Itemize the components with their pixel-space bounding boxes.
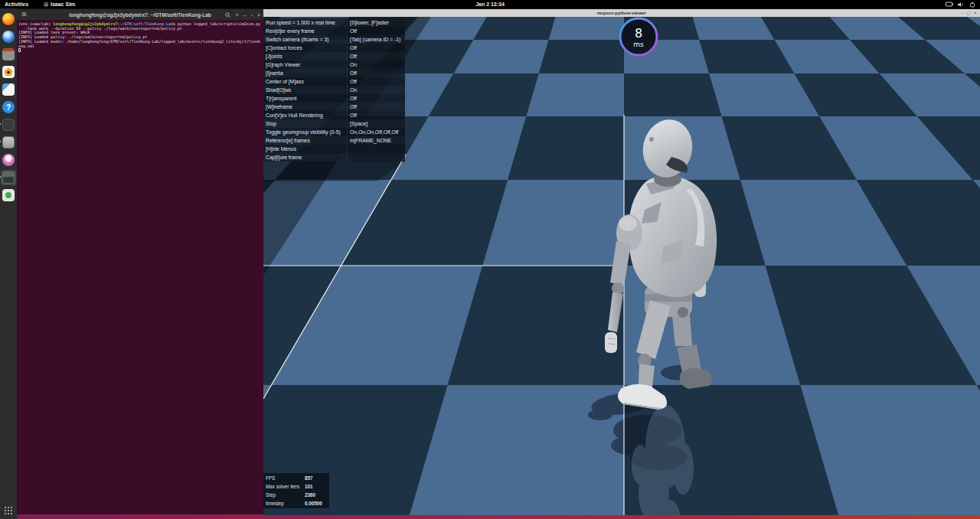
app-grid-icon[interactable] [5,507,12,514]
firefox-icon [2,13,15,25]
window-grid-icon: ⊞ [44,2,48,8]
viewer-title: mujoco-python-viewer [597,11,646,15]
menu-row: Cap[t]ure frame [263,153,405,162]
render-time-badge: 8 ms [618,17,659,57]
stats-row: Step2360 [263,491,329,499]
files-icon [2,48,15,60]
close-icon[interactable]: × [257,12,260,18]
menu-row: [C]ontact forcesOff [263,44,405,52]
system-tray[interactable] [946,0,975,8]
minimize-icon[interactable]: – [243,12,247,18]
dock-item-terminal[interactable] [2,119,15,131]
terminal-window: ⊞ longhongfeng@sg2jx3ybdymlrx7: ~/GTM/so… [17,9,263,514]
stats-row: timestep0.00500 [263,499,329,508]
minimize-icon[interactable]: – [961,11,963,15]
menu-row: [H]ide Menus [263,145,405,153]
activities-button[interactable]: Activities [0,2,33,7]
overlay-menu: Run speed = 1.000 x real time[S]lower, [… [263,18,405,162]
dock: ? [0,8,17,519]
cat-app-icon [2,154,15,166]
viewer-content: Run speed = 1.000 x real time[S]lower, [… [263,17,980,515]
menu-row: [G]raph ViewerOn [263,60,405,69]
dock-item-firefox[interactable] [2,13,15,25]
volume-icon [958,2,965,8]
menu-row: Shad[O]wsOn [263,86,405,94]
terminal-line: [INFO] Loaded model: /home/longhongfeng/… [18,40,262,44]
maximize-icon[interactable]: ▫ [250,12,252,18]
menu-row: Run speed = 1.000 x real time[S]lower, [… [263,18,405,27]
dock-item-files[interactable] [2,48,15,60]
stats-row: FPS857 [263,474,329,482]
browser-sphere-icon [2,31,15,43]
running-indicator [0,176,1,178]
dock-item-document[interactable] [2,83,15,96]
mujoco-viewer-window: mujoco-python-viewer – ▢ ✕ [263,9,980,515]
dock-item-help[interactable]: ? [2,101,15,113]
menu-row: [I]nertiaOff [263,69,405,77]
top-bar: Activities ⊞ Isaac Sim Jan 2 13:34 [0,0,980,8]
viewer-titlebar[interactable]: mujoco-python-viewer – ▢ ✕ [263,9,980,17]
search-icon[interactable] [225,12,230,18]
terminal-cursor [18,48,21,52]
sim-viewer-icon [2,171,15,184]
badge-unit: ms [633,41,644,48]
dock-item-cat-app[interactable] [2,154,15,166]
menu-row: Stop[Space] [263,119,405,128]
menu-row: Toggle geomgroup visibility (0-5)On,On,O… [263,128,405,136]
help-icon: ? [2,101,15,113]
focused-app-name: Isaac Sim [51,2,75,7]
menu-row: Referenc[e] framesmjFRAME_NONE [263,136,405,145]
close-icon[interactable]: ✕ [973,11,977,15]
music-player-icon [2,66,15,78]
battery-icon [946,2,953,7]
menu-row: Switch camera (#cams = 3)[Tab] (camera I… [263,35,405,44]
dock-item-browser-sphere[interactable] [2,31,15,43]
running-indicator [0,141,1,142]
menu-row: Center of [M]assOff [263,77,405,86]
power-icon [969,2,975,8]
terminal-title: longhongfeng@sg2jx3ybdymlrx7: ~/GTM/soft… [69,12,211,18]
terminal-body[interactable]: (env_isaaclab) longhongfeng@sg2jx3ybdyml… [17,20,263,55]
menu-row: T[r]ansparentOff [263,94,405,103]
maximize-icon[interactable]: ▢ [966,11,970,15]
desktop: Activities ⊞ Isaac Sim Jan 2 13:34 ? [0,0,980,519]
package-app-icon [2,189,15,201]
disk-utility-icon [2,136,15,149]
running-indicator [0,123,1,125]
clock[interactable]: Jan 2 13:34 [475,2,505,7]
dock-item-package-app[interactable] [2,189,15,201]
document-icon [2,83,15,96]
menu-row: Ren[d]er every frameOff [263,27,405,35]
dock-item-sim-viewer[interactable] [2,171,15,184]
menu-icon[interactable]: ≡ [235,12,238,18]
terminal-titlebar[interactable]: ⊞ longhongfeng@sg2jx3ybdymlrx7: ~/GTM/so… [17,9,263,20]
dock-item-disk-utility[interactable] [2,136,15,149]
stats-panel: FPS857Max solver iters101Step2360timeste… [263,473,329,508]
focused-app-indicator[interactable]: ⊞ Isaac Sim [44,2,75,8]
dock-item-music-player[interactable] [2,66,15,78]
terminal-icon [2,119,15,131]
badge-value: 8 [635,26,642,41]
stats-row: Max solver iters101 [263,482,329,491]
new-tab-icon[interactable]: ⊞ [21,11,27,18]
menu-row: Con[V]ex Hull RenderingOff [263,111,405,119]
menu-row: [J]ointsOff [263,52,405,60]
menu-row: [W]ireframeOff [263,103,405,111]
